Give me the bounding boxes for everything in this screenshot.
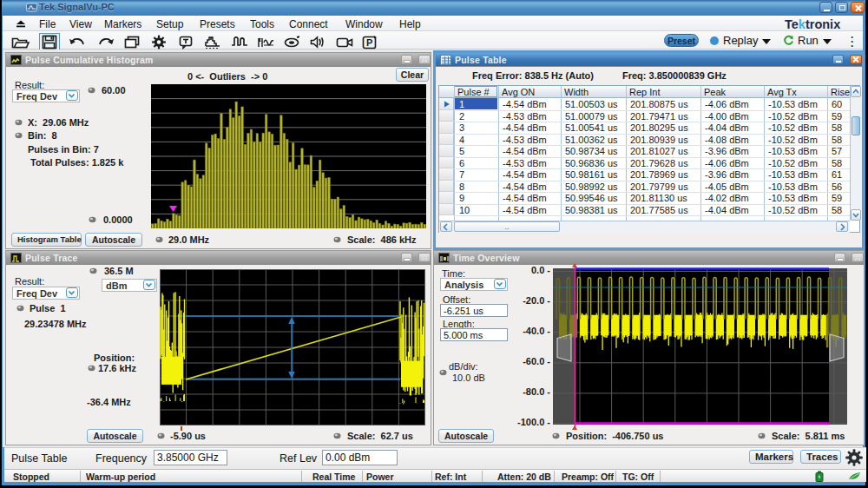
svg-text:P: P <box>366 37 372 48</box>
